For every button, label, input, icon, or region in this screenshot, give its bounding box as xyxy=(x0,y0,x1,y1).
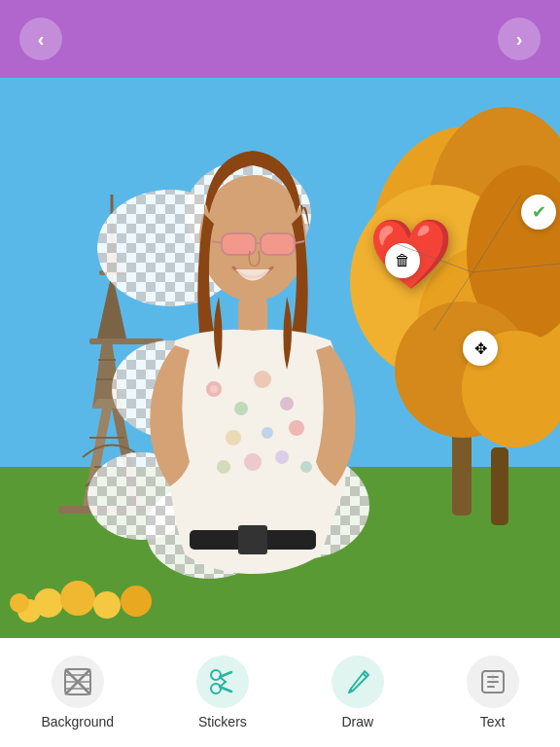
svg-point-55 xyxy=(289,420,304,436)
svg-rect-42 xyxy=(222,233,256,255)
move-icon: ✥ xyxy=(474,339,487,358)
next-button[interactable]: › xyxy=(498,18,541,60)
text-label: Text xyxy=(480,714,506,729)
bottom-toolbar: Background Stickers Draw xyxy=(0,638,560,747)
stickers-tool[interactable]: Stickers xyxy=(181,648,264,737)
text-icon xyxy=(478,667,508,696)
svg-point-30 xyxy=(93,591,121,619)
stickers-label: Stickers xyxy=(198,714,247,729)
svg-point-73 xyxy=(211,684,221,694)
svg-rect-47 xyxy=(238,297,267,336)
svg-point-51 xyxy=(254,371,271,388)
text-icon-bg xyxy=(467,656,519,708)
svg-point-59 xyxy=(300,461,312,473)
svg-line-77 xyxy=(220,682,226,687)
svg-point-50 xyxy=(234,402,248,415)
draw-icon-bg xyxy=(332,656,384,708)
svg-point-58 xyxy=(275,450,289,464)
background-icon xyxy=(63,667,92,696)
sticker-move-button[interactable]: ✥ xyxy=(463,331,498,366)
background-tool[interactable]: Background xyxy=(25,648,129,737)
svg-point-33 xyxy=(10,593,29,613)
draw-label: Draw xyxy=(341,714,373,729)
next-icon: › xyxy=(516,28,523,51)
svg-point-57 xyxy=(244,453,262,471)
check-icon: ✔ xyxy=(532,201,546,223)
svg-rect-61 xyxy=(238,525,267,554)
draw-icon xyxy=(343,667,372,696)
svg-point-29 xyxy=(60,581,95,616)
svg-rect-25 xyxy=(491,447,508,525)
background-icon-bg xyxy=(52,656,104,708)
prev-icon: ‹ xyxy=(38,28,45,51)
draw-tool[interactable]: Draw xyxy=(316,648,400,737)
svg-point-52 xyxy=(280,397,294,410)
svg-point-56 xyxy=(217,460,230,474)
svg-point-72 xyxy=(211,670,221,680)
text-tool[interactable]: Text xyxy=(451,648,535,737)
top-navigation-bar: ‹ › xyxy=(0,0,560,78)
svg-line-76 xyxy=(220,677,226,682)
sticker-confirm-button[interactable]: ✔ xyxy=(521,195,556,230)
prev-button[interactable]: ‹ xyxy=(19,18,62,60)
svg-point-53 xyxy=(226,430,241,445)
stickers-icon-bg xyxy=(196,656,249,708)
svg-point-54 xyxy=(262,427,273,439)
sticker-delete-button[interactable]: 🗑 xyxy=(385,243,420,278)
svg-rect-43 xyxy=(261,233,295,255)
svg-point-31 xyxy=(121,586,152,617)
svg-point-49 xyxy=(210,385,218,393)
stickers-icon xyxy=(207,666,238,697)
trash-icon: 🗑 xyxy=(395,252,410,269)
background-label: Background xyxy=(41,714,114,729)
editing-canvas: ❤️ 🗑 ✔ ✏ ✥ xyxy=(0,78,560,638)
